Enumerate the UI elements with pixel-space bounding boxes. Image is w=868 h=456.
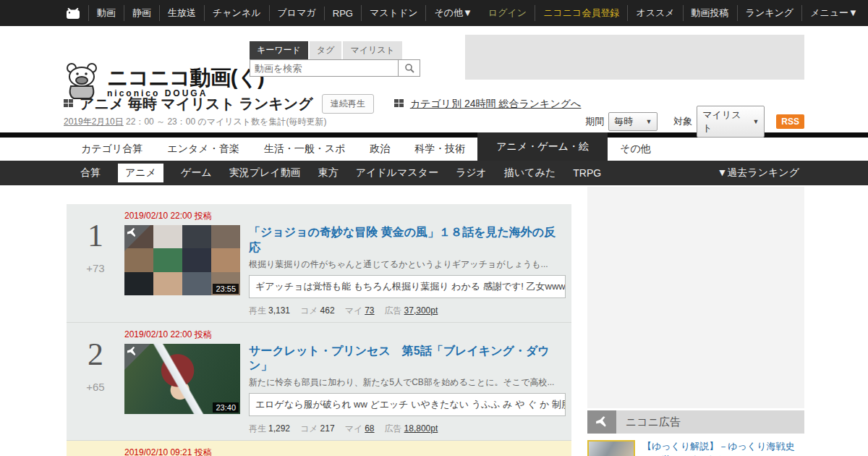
topbar-link-seiga[interactable]: 静画 <box>124 5 159 21</box>
rank-number: 2 <box>67 339 124 371</box>
rss-button[interactable]: RSS <box>776 114 804 129</box>
search-module: キーワード タグ マイリスト <box>250 41 420 77</box>
date-link[interactable]: 2019年2月10日 <box>64 117 124 127</box>
stat-play: 再生3,131 <box>249 305 290 317</box>
topbar-link-blomaga[interactable]: ブロマガ <box>269 5 324 21</box>
nicoad-megaphone-icon <box>127 346 137 360</box>
login-link[interactable]: ログイン <box>480 5 535 21</box>
sub-tab-anime[interactable]: アニメ <box>118 164 163 182</box>
logo-title: ニコニコ動画(く) <box>107 67 264 88</box>
header-ad-placeholder <box>465 35 804 80</box>
mylist-count-link[interactable]: 73 <box>365 305 374 316</box>
topbar-right-nav: ログイン ニコニコ会員登録 オススメ 動画投稿 ランキング メニュー▼ <box>480 5 866 21</box>
row-text: 「ジョジョの奇妙な冒険 黄金の風」１８話を見た海外の反応 根掘り葉掘りの件がちゃ… <box>249 225 566 317</box>
upload-date: 2019/02/10 09:21 投稿 <box>124 447 566 456</box>
nicoad-section-title: ニコニ広告 <box>626 415 681 429</box>
period-select-value: 毎時 <box>614 115 633 128</box>
sub-tab-drawing[interactable]: 描いてみた <box>495 166 564 180</box>
topbar-link-channel[interactable]: チャンネル <box>204 5 269 21</box>
magnifier-icon <box>404 63 414 73</box>
sub-tab-letsplay[interactable]: 実況プレイ動画 <box>221 166 310 180</box>
topbar-link-others[interactable]: その他▼ <box>425 5 480 21</box>
past-ranking-link[interactable]: ▼過去ランキング <box>718 166 800 180</box>
register-link[interactable]: ニコニコ会員登録 <box>535 5 627 21</box>
cat-tab-others[interactable]: その他 <box>608 138 663 161</box>
video-thumbnail[interactable]: 23:40 <box>124 344 240 414</box>
search-row <box>250 59 420 77</box>
rank-cell: 3 <box>67 445 124 456</box>
search-tabs: キーワード タグ マイリスト <box>250 41 420 59</box>
sub-tab-trpg[interactable]: TRPG <box>564 167 610 179</box>
row-body: 2019/02/10 22:00 投稿 23:40 サークレット・プリンセス 第… <box>124 327 571 436</box>
search-tab-mylist[interactable]: マイリスト <box>343 41 401 59</box>
niconico-ranking-page: 動画 静画 生放送 チャンネル ブロマガ RPG マストドン その他▼ ログイン… <box>0 0 868 456</box>
promoted-video-thumbnail[interactable] <box>587 440 635 456</box>
play-all-button[interactable]: 連続再生 <box>322 94 374 114</box>
main-content: 1 +73 2019/02/10 22:00 投稿 <box>0 185 868 456</box>
chevron-down-icon: ▼ <box>752 118 759 125</box>
comment-ticker: エロゲなら服が破られ ww どエッチ いやきたない うふふ み や ぐ か 制服… <box>249 393 566 416</box>
topbar-link-mastodon[interactable]: マストドン <box>361 5 426 21</box>
global-topbar: 動画 静画 生放送 チャンネル ブロマガ RPG マストドン その他▼ ログイン… <box>0 0 868 26</box>
video-thumbnail[interactable]: 23:55 <box>124 225 240 295</box>
chevron-down-icon: ▼ <box>645 118 652 125</box>
period-label: 期間 <box>585 115 604 128</box>
menu-link[interactable]: メニュー▼ <box>801 5 866 21</box>
ranking-row-2: 2 +65 2019/02/10 22:00 投稿 23:40 <box>67 323 571 442</box>
right-sidebar: ニコニ広告 【ゆっくり解説】－ゆっくり海戦史－ 世界最強の帆船とスペイン <box>587 185 804 456</box>
sub-tab-radio[interactable]: ラジオ <box>447 166 495 180</box>
ranking-link[interactable]: ランキング <box>737 5 802 21</box>
page-title: アニメ 毎時 マイリスト ランキング <box>80 94 313 114</box>
topbar-link-live[interactable]: 生放送 <box>159 5 204 21</box>
cat-tab-politics[interactable]: 政治 <box>357 138 402 161</box>
cat-tab-science-tech[interactable]: 科学・技術 <box>402 138 477 161</box>
nicoad-section-header: ニコニ広告 <box>587 410 804 434</box>
video-description: 根掘り葉掘りの件がちゃんと通じてるかというよりギアッチョがしょうも... <box>249 258 566 271</box>
target-select[interactable]: マイリスト ▼ <box>697 106 765 138</box>
stat-mylist: マイ68 <box>345 423 375 435</box>
nicoad-megaphone-icon <box>127 227 137 241</box>
rank-number: 1 <box>67 220 124 252</box>
stat-comment: コメ462 <box>300 305 335 317</box>
search-button[interactable] <box>399 59 420 77</box>
topbar-left-nav: 動画 静画 生放送 チャンネル ブロマガ RPG マストドン その他▼ <box>65 5 480 21</box>
cat-tab-entertainment-music[interactable]: エンタメ・音楽 <box>155 138 251 161</box>
cat-tab-anime-game-art[interactable]: アニメ・ゲーム・絵 <box>477 132 608 161</box>
category-24h-ranking-link[interactable]: カテゴリ別 24時間 総合ランキングへ <box>410 98 582 111</box>
promoted-video-title-link[interactable]: 【ゆっくり解説】－ゆっくり海戦史－ 世界最強の帆船とスペイン <box>642 440 799 456</box>
upload-date: 2019/02/10 22:00 投稿 <box>124 210 566 222</box>
period-select[interactable]: 毎時 ▼ <box>608 112 658 131</box>
search-tab-keyword[interactable]: キーワード <box>250 41 308 59</box>
ranking-controls: 期間 毎時 ▼ 対象 マイリスト ▼ RSS <box>585 106 804 138</box>
video-title-link[interactable]: サークレット・プリンセス 第5話「ブレイキング・ダウン」 <box>249 344 566 374</box>
ad-points-link[interactable]: 37,300pt <box>404 305 438 316</box>
upload-link[interactable]: 動画投稿 <box>683 5 737 21</box>
rank-cell: 1 +73 <box>67 208 124 317</box>
topbar-link-video[interactable]: 動画 <box>88 5 124 21</box>
video-duration: 23:40 <box>213 402 239 413</box>
sub-tab-idolmaster[interactable]: アイドルマスター <box>347 166 447 180</box>
nicoad-promoted-item: 【ゆっくり解説】－ゆっくり海戦史－ 世界最強の帆船とスペイン <box>587 440 804 456</box>
video-title-link[interactable]: 「ジョジョの奇妙な冒険 黄金の風」１８話を見た海外の反応 <box>249 225 566 256</box>
row-text: サークレット・プリンセス 第5話「ブレイキング・ダウン」 新たに怜奈も部員に加わ… <box>249 344 566 436</box>
sub-tab-game[interactable]: ゲーム <box>172 166 221 180</box>
sub-tab-touhou[interactable]: 東方 <box>310 166 347 180</box>
upload-date: 2019/02/10 22:00 投稿 <box>124 329 566 341</box>
tv-icon[interactable] <box>65 7 88 20</box>
mylist-count-link[interactable]: 68 <box>365 423 374 434</box>
ad-points-link[interactable]: 18,800pt <box>404 423 438 434</box>
nicoad-megaphone-icon <box>587 410 616 434</box>
search-tab-tag[interactable]: タグ <box>310 41 342 59</box>
sub-tab-combined[interactable]: 合算 <box>72 166 109 180</box>
search-input[interactable] <box>250 59 399 77</box>
recommend-link[interactable]: オススメ <box>627 5 682 21</box>
video-duration: 23:55 <box>213 284 239 294</box>
cat-tab-life-general-sports[interactable]: 生活・一般・スポ <box>252 138 358 161</box>
video-stats: 再生1,292 コメ217 マイ68 広告18,800pt <box>249 423 566 435</box>
topbar-link-rpg[interactable]: RPG <box>324 7 361 20</box>
video-description: 新たに怜奈も部員に加わり、新たな5人でCB部を始めることに。そこで高校... <box>249 376 566 389</box>
target-select-value: マイリスト <box>702 109 746 135</box>
tally-period-row: 2019年2月10日 22：00 ～ 23：00 のマイリスト数を集計(毎時更新… <box>64 116 326 128</box>
ranking-row-3: 3 2019/02/10 09:21 投稿 キュアミルキー変身＆必殺 <box>67 441 571 456</box>
cat-tab-all[interactable]: カテゴリ合算 <box>69 138 155 161</box>
